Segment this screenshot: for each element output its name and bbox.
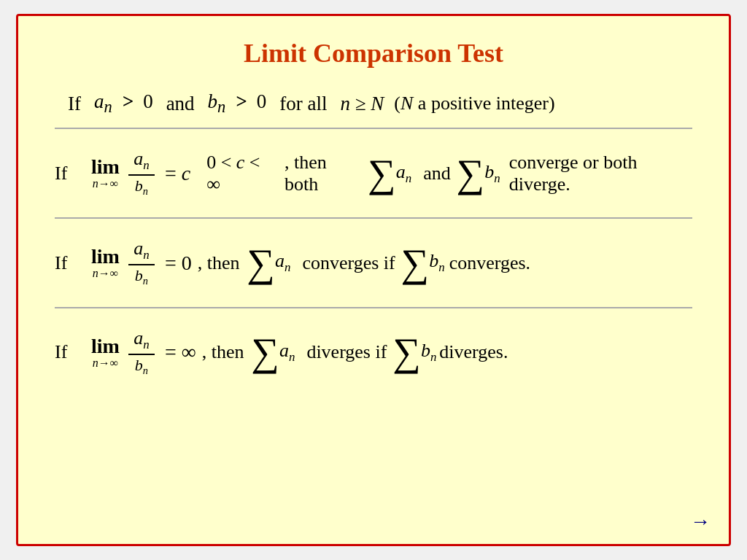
sigma-symbol-4: ∑ xyxy=(401,244,430,283)
section-divider-1 xyxy=(55,128,692,129)
lim-keyword-1: lim xyxy=(91,157,120,177)
theorem-2: If lim n→∞ an bn = 0 , then ∑ an converg… xyxy=(55,239,692,287)
frac-bar-3 xyxy=(128,354,155,355)
if-text: If xyxy=(68,93,81,115)
sigma-bn-2: ∑ bn xyxy=(401,244,445,283)
lim-sub-3: n→∞ xyxy=(93,357,118,369)
bn-expr: bn > 0 xyxy=(208,90,267,117)
sigma-var-an-2: an xyxy=(275,250,290,275)
result-2: converges. xyxy=(449,252,530,274)
fraction-2: an bn xyxy=(128,239,155,287)
sigma-var-bn-1: bn xyxy=(484,161,500,186)
n-geq-N-expr: n ≥ N xyxy=(340,93,384,115)
nav-arrow[interactable]: → xyxy=(690,510,711,533)
equals-3: = ∞ xyxy=(165,341,196,364)
lim-block-3: lim n→∞ xyxy=(91,336,120,369)
equals-2: = 0 xyxy=(165,252,192,275)
an-expr: an > 0 xyxy=(94,90,153,117)
and-text-top: and xyxy=(166,93,195,115)
section-divider-2 xyxy=(55,217,692,219)
slide-container: Limit Comparison Test If an > 0 and bn >… xyxy=(16,14,731,546)
if-label-2: If xyxy=(55,252,77,274)
sigma-var-bn-2: bn xyxy=(429,250,444,275)
and-text-1: and xyxy=(423,163,451,184)
lim-sub-2: n→∞ xyxy=(93,268,118,279)
frac-denom-1: bn xyxy=(135,178,148,197)
sigma-bn-1: ∑ bn xyxy=(457,154,500,193)
sigma-symbol-1: ∑ xyxy=(368,154,396,193)
if-label-1: If xyxy=(55,163,77,184)
result-3: diverges. xyxy=(439,341,508,363)
sigma-symbol-6: ∑ xyxy=(392,332,421,372)
frac-num-1: an xyxy=(133,149,149,172)
then-text-2: , then xyxy=(198,252,240,274)
sigma-var-bn-3: bn xyxy=(421,340,436,365)
sigma-bn-3: ∑ bn xyxy=(392,332,436,372)
fraction-3: an bn xyxy=(128,329,155,376)
equals-1: = c xyxy=(165,162,190,185)
sigma-symbol-5: ∑ xyxy=(251,332,279,372)
then-text-3: , then xyxy=(202,341,244,363)
diverges-if-text: diverges if xyxy=(306,341,387,363)
lim-keyword-3: lim xyxy=(91,336,120,357)
condition-1: 0 < c < ∞ xyxy=(206,152,274,195)
sigma-an-3: ∑ an xyxy=(251,332,295,372)
sigma-var-an-3: an xyxy=(279,340,295,365)
then-text-1: , then both xyxy=(285,152,360,195)
frac-denom-3: bn xyxy=(135,357,148,376)
lim-block-2: lim n→∞ xyxy=(91,246,120,279)
frac-denom-2: bn xyxy=(135,268,148,287)
lim-sub-1: n→∞ xyxy=(93,178,118,190)
lim-keyword-2: lim xyxy=(91,246,120,267)
frac-bar-2 xyxy=(128,264,155,265)
frac-num-3: an xyxy=(133,329,149,351)
sigma-symbol-3: ∑ xyxy=(247,244,275,283)
top-condition-line: If an > 0 and bn > 0 for all n ≥ N (N a … xyxy=(55,90,692,117)
theorem-3: If lim n→∞ an bn = ∞ , then ∑ an diverge… xyxy=(55,329,692,376)
sigma-an-2: ∑ an xyxy=(247,244,290,283)
converges-if-text: converges if xyxy=(302,252,395,274)
slide-title: Limit Comparison Test xyxy=(55,38,692,69)
result-1: converge or both diverge. xyxy=(509,152,692,195)
frac-num-2: an xyxy=(133,239,149,262)
result-line-1a: converge or both diverge. xyxy=(509,152,692,195)
sigma-var-an-1: an xyxy=(396,161,411,186)
note-text: (N a positive integer) xyxy=(394,93,554,114)
sigma-symbol-2: ∑ xyxy=(457,154,485,193)
for-all-text: for all xyxy=(279,93,327,115)
sigma-an-1: ∑ an xyxy=(368,154,411,193)
if-label-3: If xyxy=(55,341,77,363)
frac-bar-1 xyxy=(128,174,155,176)
section-divider-3 xyxy=(55,307,692,308)
lim-block-1: lim n→∞ xyxy=(91,157,120,190)
fraction-1: an bn xyxy=(128,149,155,197)
theorem-1: If lim n→∞ an bn = c 0 < c < ∞ , then bo… xyxy=(55,149,692,197)
